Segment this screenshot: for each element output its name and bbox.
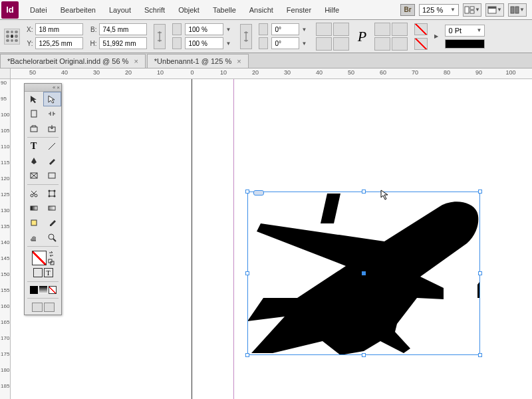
constrain-proportions-button[interactable] [154, 24, 166, 49]
chevron-down-icon[interactable]: ▼ [301, 41, 309, 47]
document-tab-2[interactable]: *Unbenannt-1 @ 125 % × [147, 54, 249, 68]
apply-gradient-button[interactable] [39, 286, 47, 294]
hand-tool[interactable] [25, 230, 43, 245]
line-tool[interactable] [43, 139, 62, 154]
resize-handle-nw[interactable] [245, 190, 249, 194]
flip-horizontal-button[interactable] [316, 37, 332, 51]
chevron-down-icon: ▼ [475, 7, 480, 13]
free-transform-tool[interactable] [43, 186, 62, 201]
collapse-icon[interactable]: « [53, 84, 55, 90]
arrange-documents-button[interactable]: ▼ [508, 3, 527, 17]
reference-point-selector[interactable] [4, 29, 20, 45]
scale-y-field[interactable]: 100 % [185, 37, 223, 49]
fit-content-button[interactable] [374, 37, 390, 51]
pencil-tool[interactable] [43, 154, 62, 168]
menu-help[interactable]: Hilfe [319, 3, 345, 17]
formatting-text-button[interactable]: T [44, 268, 53, 277]
close-icon[interactable]: × [57, 84, 60, 90]
resize-handle-sw[interactable] [245, 353, 249, 357]
resize-handle-n[interactable] [362, 190, 366, 194]
stroke-style-preview[interactable] [445, 39, 485, 49]
constrain-scale-button[interactable] [240, 24, 252, 49]
zoom-level-select[interactable]: 125 % ▼ [419, 4, 459, 16]
swap-fill-stroke-icon[interactable] [48, 251, 55, 257]
select-container-button[interactable] [374, 23, 390, 36]
note-tool[interactable] [25, 215, 43, 230]
flip-vertical-button[interactable] [333, 37, 349, 51]
selection-frame[interactable] [247, 192, 480, 355]
scissors-tool[interactable] [25, 186, 43, 201]
height-field[interactable]: 51,992 mm [99, 37, 147, 49]
x-position-field[interactable]: 18 mm [35, 23, 83, 35]
gradient-feather-tool[interactable] [43, 201, 62, 215]
close-icon[interactable]: × [134, 57, 138, 65]
apply-color-button[interactable] [30, 286, 38, 294]
y-position-field[interactable]: 125,25 mm [35, 37, 83, 49]
tools-panel-header[interactable]: « × [25, 84, 61, 92]
menu-file[interactable]: Datei [24, 3, 53, 17]
document-tab-bar: *Bachelorarbeit Original.indd @ 56 % × *… [0, 53, 532, 68]
apply-none-button[interactable] [49, 286, 57, 294]
type-tool[interactable]: T [25, 139, 43, 154]
stroke-weight-field[interactable]: 0 Pt ▼ [445, 25, 485, 37]
view-mode-preview-button[interactable] [44, 303, 55, 312]
resize-handle-s[interactable] [362, 353, 366, 357]
chevron-down-icon[interactable]: ▼ [225, 41, 233, 47]
chevron-down-icon[interactable]: ▼ [225, 27, 233, 33]
menu-window[interactable]: Fenster [281, 3, 317, 17]
vertical-ruler[interactable]: 9095100105110115120125130135140145150155… [0, 79, 11, 399]
rectangle-tool[interactable] [43, 168, 62, 183]
rotate-cw-button[interactable] [333, 23, 349, 36]
svg-rect-8 [31, 127, 37, 132]
ruler-tick: 130 [1, 207, 9, 213]
width-field[interactable]: 74,5 mm [99, 23, 147, 35]
fill-swatch[interactable] [32, 251, 47, 265]
chevron-down-icon[interactable]: ▼ [301, 27, 309, 33]
bridge-button[interactable]: Br [400, 4, 415, 16]
page-tool[interactable] [25, 106, 43, 121]
fill-preview[interactable] [414, 23, 428, 35]
rotate-ccw-button[interactable] [316, 23, 332, 36]
view-options-button[interactable]: ▼ [463, 3, 481, 17]
center-content-button[interactable] [392, 37, 408, 51]
center-handle[interactable] [362, 271, 366, 275]
chevron-right-icon[interactable]: ▶ [434, 33, 438, 39]
menu-type[interactable]: Schrift [138, 3, 171, 17]
select-content-button[interactable] [392, 23, 408, 36]
margin-guide[interactable] [233, 79, 234, 399]
shear-field[interactable]: 0° [271, 37, 299, 49]
stroke-preview[interactable] [414, 38, 428, 50]
resize-handle-w[interactable] [245, 271, 249, 275]
menu-object[interactable]: Objekt [172, 3, 205, 17]
rectangle-frame-tool[interactable] [25, 168, 43, 183]
content-collector-tool[interactable] [25, 121, 43, 136]
close-icon[interactable]: × [237, 57, 241, 65]
document-tab-1[interactable]: *Bachelorarbeit Original.indd @ 56 % × [0, 54, 146, 68]
canvas[interactable] [11, 79, 532, 399]
screen-mode-button[interactable]: ▼ [485, 3, 504, 17]
rotate-field[interactable]: 0° [271, 23, 299, 35]
content-placer-tool[interactable] [43, 121, 62, 136]
gradient-swatch-tool[interactable] [25, 201, 43, 215]
scale-x-field[interactable]: 100 % [185, 23, 223, 35]
gap-tool[interactable] [43, 106, 62, 121]
resize-handle-ne[interactable] [478, 190, 482, 194]
linked-content-badge[interactable] [253, 190, 264, 196]
default-fill-stroke-icon[interactable] [48, 259, 55, 265]
horizontal-ruler[interactable]: 50403020100102030405060708090100 [11, 68, 532, 79]
direct-selection-tool[interactable] [43, 92, 62, 106]
resize-handle-se[interactable] [478, 353, 482, 357]
menu-edit[interactable]: Bearbeiten [55, 3, 102, 17]
eyedropper-tool[interactable] [43, 215, 62, 230]
zoom-tool[interactable] [43, 230, 62, 245]
formatting-container-button[interactable] [33, 268, 43, 277]
resize-handle-e[interactable] [478, 271, 482, 275]
menu-view[interactable]: Ansicht [243, 3, 279, 17]
view-mode-normal-button[interactable] [32, 303, 43, 312]
menu-layout[interactable]: Layout [103, 3, 137, 17]
menu-table[interactable]: Tabelle [207, 3, 242, 17]
ruler-origin[interactable] [0, 68, 11, 79]
tools-panel[interactable]: « × T T [24, 83, 62, 315]
selection-tool[interactable] [25, 92, 43, 106]
pen-tool[interactable] [25, 154, 43, 168]
